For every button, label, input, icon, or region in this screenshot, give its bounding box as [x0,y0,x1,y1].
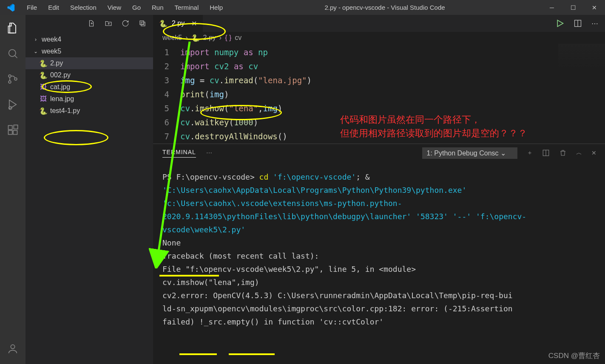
split-editor-icon[interactable] [574,19,582,28]
source-control-icon[interactable] [6,72,20,86]
explorer-toolbar [26,15,153,32]
svg-point-1 [9,75,11,77]
menu-bar: File Edit Selection View Go Run Terminal… [21,4,228,11]
folder-week5[interactable]: ⌄week5 [26,45,153,57]
new-terminal-icon[interactable]: ＋ [527,149,533,157]
tab-2py[interactable]: 🐍 2.py ✕ [153,15,203,32]
menu-terminal[interactable]: Terminal [169,4,205,11]
sidebar: ›week4 ⌄week5 🐍2.py 🐍002.py 🖼cat.jpg 🖼le… [26,15,153,364]
window-title: 2.py - opencv-vscode - Visual Studio Cod… [228,4,541,11]
svg-rect-8 [14,125,17,129]
new-file-icon[interactable] [88,20,95,27]
more-actions-icon[interactable]: ⋯ [591,20,598,28]
collapse-all-icon[interactable] [139,20,146,27]
close-tab-icon[interactable]: ✕ [191,20,197,28]
svg-point-0 [9,50,16,56]
svg-rect-6 [9,130,12,134]
menu-edit[interactable]: Edit [43,4,65,11]
file-catjpg[interactable]: 🖼cat.jpg [26,81,153,93]
run-code-icon[interactable] [556,19,564,28]
vscode-logo-icon [0,3,21,12]
run-debug-icon[interactable] [6,98,20,111]
title-bar: File Edit Selection View Go Run Terminal… [0,0,605,15]
file-002py[interactable]: 🐍002.py [26,69,153,81]
python-file-icon: 🐍 [159,20,168,28]
refresh-icon[interactable] [122,20,129,27]
maximize-button[interactable]: ☐ [562,4,584,11]
folder-week4[interactable]: ›week4 [26,34,153,45]
menu-run[interactable]: Run [146,4,169,11]
terminal-selector[interactable]: 1: Python Debug Consc ⌄ [422,147,517,159]
tab-terminal[interactable]: TERMINAL [162,149,196,158]
breadcrumbs[interactable]: week5› 🐍2.py› { }cv [153,32,605,44]
panel-tabs: TERMINAL ⋯ 1: Python Debug Consc ⌄ ＋ ︿ ✕ [153,144,605,162]
tab-label: 2.py [172,20,185,27]
terminal-output[interactable]: PS F:\opencv-vscode> cd 'f:\opencv-vscod… [153,162,605,364]
close-button[interactable]: ✕ [584,4,605,11]
maximize-panel-icon[interactable]: ︿ [576,149,582,157]
kill-terminal-icon[interactable] [559,149,567,157]
menu-help[interactable]: Help [204,4,228,11]
extensions-icon[interactable] [6,123,20,137]
menu-view[interactable]: View [102,4,127,11]
menu-file[interactable]: File [21,4,43,11]
search-icon[interactable] [6,47,20,60]
window-controls: ─ ☐ ✕ [541,4,605,11]
split-terminal-icon[interactable] [542,149,550,157]
new-folder-icon[interactable] [105,20,112,27]
panel: TERMINAL ⋯ 1: Python Debug Consc ⌄ ＋ ︿ ✕… [153,144,605,364]
activity-bar [0,15,26,364]
panel-more-icon[interactable]: ⋯ [206,150,212,156]
editor-tabs: 🐍 2.py ✕ ⋯ [153,15,605,32]
file-2py[interactable]: 🐍2.py [26,57,153,69]
svg-rect-7 [13,130,17,134]
code-editor[interactable]: 1import numpy as np 2import cv2 as cv 3i… [153,44,605,144]
python-file-icon: 🐍 [191,34,200,42]
svg-point-2 [9,81,11,83]
watermark: CSDN @曹红杏 [548,351,600,361]
svg-rect-5 [9,126,12,130]
file-tree: ›week4 ⌄week5 🐍2.py 🐍002.py 🖼cat.jpg 🖼le… [26,32,153,117]
explorer-icon[interactable] [6,21,20,35]
svg-point-9 [11,345,14,349]
menu-go[interactable]: Go [127,4,146,11]
file-test41py[interactable]: 🐍test4-1.py [26,105,153,117]
menu-selection[interactable]: Selection [65,4,102,11]
file-lenajpg[interactable]: 🖼lena.jpg [26,93,153,105]
minimize-button[interactable]: ─ [541,4,562,11]
svg-point-3 [14,78,17,80]
close-panel-icon[interactable]: ✕ [591,150,596,156]
accounts-icon[interactable] [6,342,20,356]
editor-area: 🐍 2.py ✕ ⋯ week5› 🐍2.py› { }cv 1import n… [153,15,605,364]
